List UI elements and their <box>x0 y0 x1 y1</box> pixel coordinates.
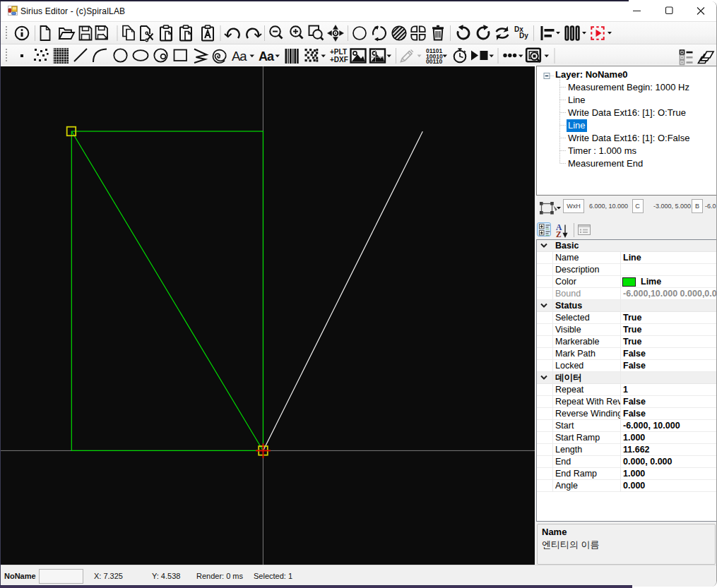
svg-text:+DXF: +DXF <box>330 56 348 64</box>
svg-text:Aa: Aa <box>232 49 247 64</box>
svg-text:Aa: Aa <box>259 49 275 64</box>
svg-text:Dy: Dy <box>519 32 528 40</box>
svg-text:Z: Z <box>556 230 562 239</box>
svg-text:00110: 00110 <box>426 58 442 65</box>
svg-text:+PLT: +PLT <box>330 48 347 56</box>
